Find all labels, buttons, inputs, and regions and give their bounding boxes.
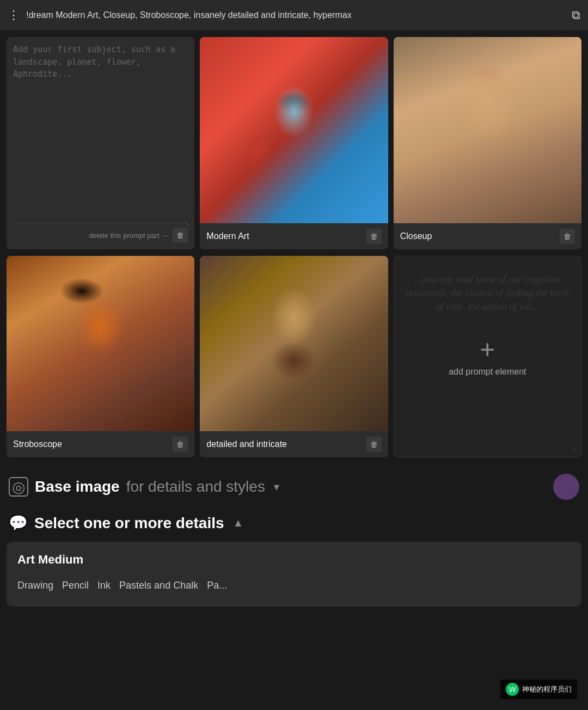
art-medium-option-pastels[interactable]: Pastels and Chalk: [119, 578, 198, 593]
art-medium-option-drawing[interactable]: Drawing: [17, 578, 53, 593]
stroboscope-label-bar: Stroboscope 🗑: [7, 431, 194, 457]
delete-prompt-text: delete this prompt part →: [89, 231, 168, 240]
art-medium-card: Art Medium Drawing Pencil Ink Pastels an…: [7, 542, 581, 607]
image-card-detailed: detailed and intricate 🗑: [200, 256, 388, 457]
select-details-title: Select one or more details: [34, 515, 224, 532]
top-bar: ⋮ !dream Modern Art, Closeup, Stroboscop…: [0, 0, 588, 30]
image-card-closeup: Closeup 🗑: [394, 37, 581, 249]
add-prompt-card[interactable]: ...you can read some of our cognitive re…: [394, 256, 581, 457]
stroboscope-image: [7, 256, 194, 431]
subject-input[interactable]: [13, 44, 188, 218]
main-grid: ⤡ delete this prompt part → 🗑 Modern Art…: [0, 30, 588, 256]
detailed-label-bar: detailed and intricate 🗑: [200, 431, 388, 457]
plus-icon: +: [480, 336, 495, 363]
menu-icon[interactable]: ⋮: [8, 8, 20, 22]
trash-icon: 🗑: [176, 440, 184, 449]
base-image-title: Base image: [35, 478, 120, 495]
base-image-dropdown-icon[interactable]: ▾: [274, 480, 279, 493]
second-grid: Stroboscope 🗑 detailed and intricate 🗑 .…: [0, 256, 588, 463]
trash-icon: 🗑: [370, 232, 378, 241]
trash-icon: 🗑: [370, 440, 378, 449]
delete-modern-art-button[interactable]: 🗑: [366, 229, 382, 244]
image-card-modern-art: Modern Art 🗑: [200, 37, 388, 249]
closeup-label-bar: Closeup 🗑: [394, 223, 581, 249]
delete-closeup-button[interactable]: 🗑: [560, 229, 575, 244]
delete-prompt-button[interactable]: 🗑: [173, 228, 188, 243]
art-medium-option-ink[interactable]: Ink: [97, 578, 111, 593]
art-medium-option-pencil[interactable]: Pencil: [62, 578, 89, 593]
select-details-icon: 💬: [9, 514, 28, 532]
modern-art-label: Modern Art: [206, 231, 249, 241]
wechat-watermark: W 神秘的程序员们: [500, 680, 577, 699]
base-image-icon: ◎: [9, 477, 28, 497]
base-image-subtitle: for details and styles: [126, 478, 265, 495]
copy-icon[interactable]: ⧉: [572, 8, 580, 22]
image-card-stroboscope: Stroboscope 🗑: [7, 256, 194, 457]
closeup-label: Closeup: [400, 231, 432, 241]
detailed-image: [200, 256, 388, 431]
select-details-arrow-icon[interactable]: ▲: [233, 517, 244, 529]
delete-detailed-button[interactable]: 🗑: [366, 437, 382, 452]
add-prompt-bg-text: ...you can read some of our cognitive re…: [405, 273, 570, 314]
delete-prompt-bar: delete this prompt part → 🗑: [13, 223, 188, 243]
stroboscope-label: Stroboscope: [13, 439, 62, 449]
closeup-image: [394, 37, 581, 223]
purple-circle: [553, 474, 579, 500]
art-medium-options: Drawing Pencil Ink Pastels and Chalk Pa.…: [17, 578, 571, 593]
resize-handle: ⤡: [185, 220, 190, 228]
wechat-icon: W: [506, 683, 519, 696]
trash-icon: 🗑: [176, 231, 184, 240]
art-medium-title: Art Medium: [17, 553, 571, 567]
prompt-text: !dream Modern Art, Closeup, Stroboscope,…: [26, 10, 565, 20]
select-details-section: 💬 Select one or more details ▲: [0, 505, 588, 537]
art-medium-option-more[interactable]: Pa...: [207, 578, 227, 593]
modern-art-image: [200, 37, 388, 223]
add-prompt-label: add prompt element: [449, 367, 526, 377]
wechat-text: 神秘的程序员们: [522, 684, 572, 694]
trash-icon: 🗑: [564, 232, 571, 241]
modern-art-label-bar: Modern Art 🗑: [200, 223, 388, 249]
delete-stroboscope-button[interactable]: 🗑: [173, 437, 188, 452]
base-image-section: ◎ Base image for details and styles ▾: [0, 463, 588, 505]
text-input-card: ⤡ delete this prompt part → 🗑: [7, 37, 194, 249]
camera-icon: ◎: [12, 478, 25, 496]
resize-handle-br: ⤡: [571, 445, 577, 452]
detailed-label: detailed and intricate: [206, 439, 287, 449]
